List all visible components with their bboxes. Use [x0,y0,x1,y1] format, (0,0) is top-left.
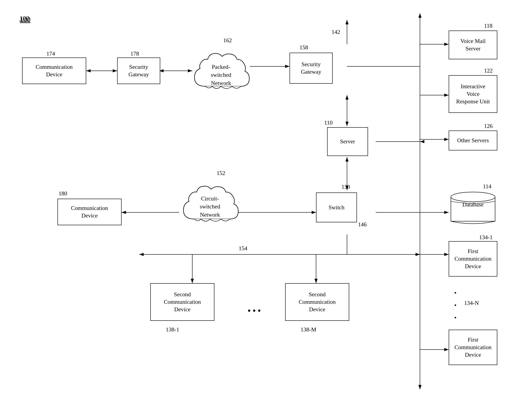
diagram: 100 [0,0,532,400]
second-comm-138M: SecondCommunicationDevice [285,283,349,321]
ref-162: 162 [223,37,232,44]
ref-152: 152 [217,170,225,177]
ref-178: 178 [130,51,139,57]
ref-118: 118 [484,23,493,29]
ref-180: 180 [59,190,67,197]
ref-1381: 138-1 [166,326,179,333]
database-114: Database [449,190,497,226]
ref-134N: 134-N [464,300,479,306]
svg-point-27 [451,192,495,202]
other-servers-126: Other Servers [449,130,497,150]
ref-146: 146 [358,221,367,228]
security-gw-178: SecurityGateway [117,58,160,84]
ref-142: 142 [331,29,340,35]
first-comm-134N: FirstCommunicationDevice [449,330,497,365]
ref-130: 130 [342,184,350,190]
ref-138M: 138-M [301,326,316,333]
ref-158: 158 [299,44,308,51]
circuit-network-152: Circuit-switchedNetwork [177,177,243,231]
ref-110: 110 [324,119,333,126]
ivru-122: InteractiveVoiceResponse Unit [449,75,497,113]
comm-device-174: CommunicationDevice [22,58,86,84]
ellipsis-dots: ••• [247,305,263,316]
security-gw-158: SecurityGateway [290,53,333,84]
ref-114: 114 [483,183,491,190]
switch-130: Switch [316,193,357,222]
fig-100-label: 100 [19,14,29,22]
ref-1341: 134-1 [479,234,493,241]
packed-network-162: Packed-switchedNetwork [188,44,254,98]
first-comm-1341: FirstCommunicationDevice [449,241,497,277]
ref-126: 126 [484,123,493,129]
ref-122: 122 [484,67,493,74]
ref-174: 174 [46,51,55,57]
ellipsis-dots-right: • • • [454,288,457,323]
second-comm-1381: SecondCommunicationDevice [150,283,214,321]
server-110: Server [327,127,368,156]
ref-154: 154 [239,245,247,252]
voice-mail-server-118: Voice MailServer [449,31,497,59]
comm-device-180: CommunicationDevice [57,199,121,225]
